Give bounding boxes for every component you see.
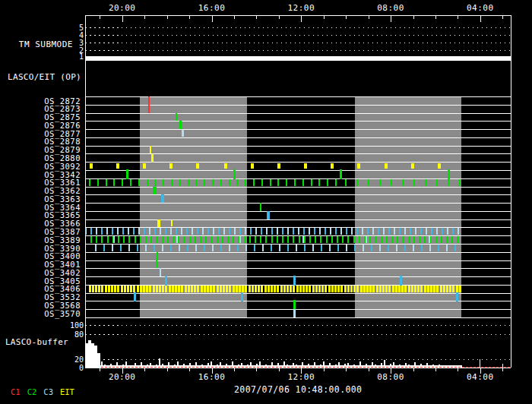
event-tick-yellow [188,286,190,292]
event-tick-green [255,236,256,243]
event-tick-yellow [277,163,280,169]
event-tick-yellow [108,286,110,292]
event-tick-cyan [335,228,337,235]
event-tick-yellow [124,286,126,292]
event-tick-green [195,179,197,186]
row-separator [85,211,511,212]
time-label: 12:00 [287,372,315,382]
axis-minor-tick [502,16,503,19]
event-tick-pale [319,228,321,235]
event-tick-green [419,236,420,243]
event-tick-cyan [371,245,372,251]
event-tick-green [220,179,222,186]
event-tick-cyan [267,211,270,219]
event-tick-yellow [296,286,299,292]
event-tick-yellow [363,286,366,292]
event-tick-yellow [398,286,401,292]
event-tick-green [270,179,271,186]
time-label: 08:00 [377,3,404,13]
event-tick-cyan [314,228,315,235]
event-tick-yellow [89,286,91,292]
event-tick-yellow [130,286,132,292]
axis-minor-tick [167,368,168,371]
axis-minor-tick [502,368,503,371]
axis-minor-tick [346,16,347,19]
event-tick-yellow [114,286,116,292]
event-tick-green [397,236,398,243]
event-tick-yellow [105,286,107,292]
event-tick-green [113,179,115,186]
event-tick-yellow [191,286,193,292]
event-tick-pale [277,228,278,235]
event-tick-cyan [197,228,198,235]
bottom-axis-line [85,368,511,368]
event-tick-yellow [90,163,93,169]
event-tick-cyan [337,245,339,251]
event-tick-pale [446,245,448,251]
event-tick-yellow [299,286,302,292]
buffer-ytick-label: 20 [0,355,84,364]
event-tick-yellow [210,286,212,292]
row-separator [85,129,511,130]
event-tick-pale [266,228,268,235]
buffer-gridline [85,359,511,360]
event-tick-green [413,236,415,243]
event-tick-pale [302,236,304,243]
event-tick-yellow [143,286,145,292]
event-tick-yellow [353,286,356,292]
axis-minor-tick [413,368,414,371]
event-tick-yellow [452,286,454,292]
event-tick-green [315,236,316,243]
lasco-eit-op-label: LASCO/EIT (OP) [0,72,81,82]
event-tick-yellow [175,286,177,292]
event-tick-cyan [154,245,155,251]
event-tick-cyan [207,228,209,235]
os-row-label: OS_3363 [0,195,81,204]
event-tick-cyan [261,228,262,235]
event-tick-cyan [241,292,243,301]
time-label: 04:00 [467,3,494,13]
axis-major-tick [212,16,213,22]
event-tick-pale [212,245,214,251]
axis-minor-tick [144,16,145,19]
event-tick-yellow [440,286,442,292]
event-tick-pale [413,245,414,251]
event-tick-yellow [357,163,360,169]
event-tick-yellow [401,286,404,292]
event-tick-cyan [165,228,166,235]
event-tick-green [200,236,201,243]
os-row-label: OS_3402 [0,269,81,277]
time-label: 08:00 [377,372,404,382]
event-tick-green [402,179,404,186]
event-tick-yellow [226,286,228,292]
event-tick-yellow [427,286,429,292]
event-tick-yellow [424,286,426,292]
event-tick-yellow [436,286,439,292]
event-tick-pale [330,228,331,235]
event-tick-pale [181,228,182,235]
event-tick-pale [379,245,381,251]
event-tick-pale [309,228,310,235]
event-tick-green [331,236,333,243]
event-tick-yellow [372,286,375,292]
event-tick-green [154,179,156,186]
event-tick-yellow [162,286,164,292]
event-tick-green [457,236,458,243]
event-tick-yellow [223,286,225,292]
event-tick-yellow [204,286,206,292]
event-tick-cyan [254,245,255,251]
event-tick-green [233,236,234,243]
event-tick-green [379,179,381,186]
event-tick-yellow [347,286,350,292]
event-tick-green [381,236,382,243]
event-tick-green [340,169,342,180]
event-tick-yellow [172,286,174,292]
event-tick-yellow [185,286,187,292]
event-tick-pale [179,245,180,251]
event-tick-green [282,236,283,243]
event-tick-cyan [454,245,456,251]
event-tick-yellow [143,163,146,169]
event-tick-green [128,236,130,243]
event-tick-cyan [204,245,205,251]
event-tick-yellow [304,163,307,169]
